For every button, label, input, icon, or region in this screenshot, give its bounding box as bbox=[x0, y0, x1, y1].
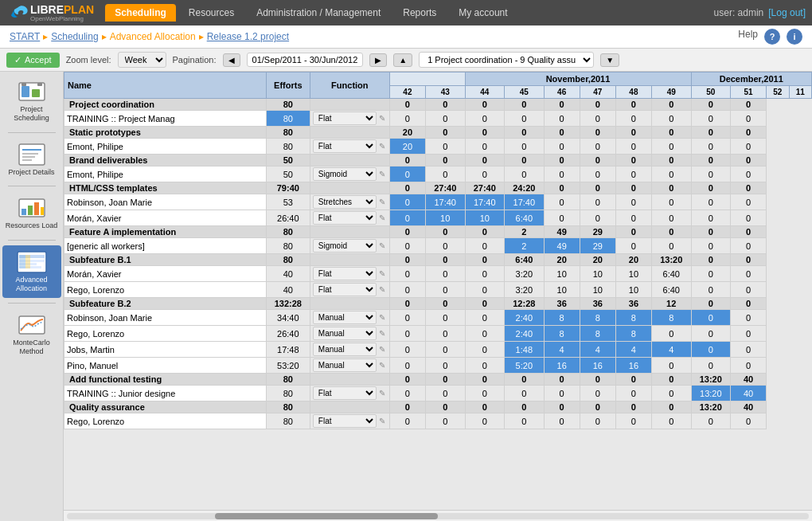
data-cell[interactable]: 0 bbox=[544, 166, 580, 182]
data-cell[interactable]: 0 bbox=[615, 194, 651, 210]
data-cell[interactable]: 0 bbox=[615, 139, 651, 155]
data-cell[interactable]: 0 bbox=[651, 413, 691, 429]
data-cell[interactable]: 0 bbox=[651, 210, 691, 226]
data-cell[interactable]: 0 bbox=[389, 282, 425, 298]
edit-icon[interactable]: ✎ bbox=[379, 213, 385, 222]
data-cell[interactable]: 0 bbox=[651, 374, 691, 386]
data-cell[interactable]: 0 bbox=[465, 386, 505, 402]
sidebar-item-resources-load[interactable]: Resources Load bbox=[2, 191, 61, 235]
data-cell[interactable]: 0 bbox=[544, 194, 580, 210]
data-cell[interactable]: 0 bbox=[691, 111, 731, 127]
data-cell[interactable]: 16 bbox=[544, 358, 580, 374]
data-cell[interactable]: 4 bbox=[651, 342, 691, 358]
data-cell[interactable]: 0 bbox=[505, 139, 545, 155]
sidebar-item-project-details[interactable]: Project Details bbox=[2, 138, 61, 182]
data-cell[interactable]: 27:40 bbox=[425, 182, 465, 194]
func-select[interactable]: FlatSigmoidStretchesManual bbox=[313, 386, 377, 400]
data-cell[interactable]: 0 bbox=[425, 342, 465, 358]
data-cell[interactable]: 17:40 bbox=[505, 194, 545, 210]
data-cell[interactable]: 0 bbox=[731, 194, 767, 210]
data-cell[interactable]: 0 bbox=[544, 155, 580, 166]
data-cell[interactable]: 0 bbox=[651, 182, 691, 194]
data-cell[interactable]: 0 bbox=[651, 127, 691, 139]
data-cell[interactable]: 0 bbox=[615, 374, 651, 386]
data-cell[interactable]: 0 bbox=[465, 358, 505, 374]
data-cell[interactable]: 8 bbox=[544, 310, 580, 326]
data-cell[interactable]: 0 bbox=[505, 166, 545, 182]
data-cell[interactable]: 0 bbox=[691, 194, 731, 210]
data-cell[interactable]: 0 bbox=[691, 127, 731, 139]
breadcrumb-start[interactable]: START bbox=[10, 31, 40, 42]
data-cell[interactable]: 0 bbox=[544, 413, 580, 429]
data-cell[interactable]: 0 bbox=[465, 342, 505, 358]
data-cell[interactable]: 0 bbox=[465, 99, 505, 111]
data-cell[interactable]: 10 bbox=[544, 266, 580, 282]
data-cell[interactable]: 0 bbox=[389, 342, 425, 358]
edit-icon[interactable]: ✎ bbox=[379, 198, 385, 206]
data-cell[interactable]: 13:20 bbox=[651, 254, 691, 266]
data-cell[interactable]: 0 bbox=[425, 139, 465, 155]
func-select[interactable]: SigmoidFlatStretchesManual bbox=[313, 239, 377, 253]
zoom-select[interactable]: Week Day Month bbox=[118, 52, 166, 68]
pagination-next-button[interactable]: ▶ bbox=[369, 53, 387, 67]
data-cell[interactable]: 0 bbox=[691, 358, 731, 374]
data-cell[interactable]: 0 bbox=[691, 182, 731, 194]
edit-icon[interactable]: ✎ bbox=[379, 329, 385, 338]
data-cell[interactable]: 0 bbox=[389, 111, 425, 127]
data-cell[interactable]: 0 bbox=[651, 155, 691, 166]
data-cell[interactable]: 0 bbox=[731, 342, 767, 358]
data-cell[interactable]: 0 bbox=[425, 155, 465, 166]
func-select[interactable]: FlatSigmoidStretchesManual bbox=[313, 112, 377, 125]
logout-link[interactable]: [Log out] bbox=[768, 7, 806, 18]
data-cell[interactable]: 29 bbox=[580, 238, 615, 254]
edit-icon[interactable]: ✎ bbox=[379, 361, 385, 370]
data-cell[interactable]: 0 bbox=[615, 99, 651, 111]
data-cell[interactable]: 0 bbox=[615, 413, 651, 429]
data-cell[interactable]: 0 bbox=[580, 194, 615, 210]
help-button[interactable]: ? bbox=[764, 29, 780, 45]
data-cell[interactable]: 0 bbox=[389, 194, 425, 210]
data-cell[interactable]: 6:40 bbox=[505, 210, 545, 226]
data-cell[interactable]: 0 bbox=[465, 166, 505, 182]
data-cell[interactable]: 0 bbox=[615, 386, 651, 402]
data-cell[interactable]: 0 bbox=[731, 413, 767, 429]
data-cell[interactable]: 0 bbox=[465, 402, 505, 413]
data-cell[interactable]: 0 bbox=[389, 210, 425, 226]
data-cell[interactable]: 0 bbox=[544, 210, 580, 226]
data-cell[interactable]: 0 bbox=[465, 139, 505, 155]
data-cell[interactable]: 0 bbox=[731, 111, 767, 127]
data-cell[interactable]: 0 bbox=[465, 298, 505, 310]
accept-button[interactable]: Accept bbox=[6, 53, 60, 68]
nav-tab-reports[interactable]: Reports bbox=[393, 4, 446, 22]
horizontal-scrollbar[interactable] bbox=[64, 510, 812, 521]
data-cell[interactable]: 0 bbox=[691, 254, 731, 266]
data-cell[interactable]: 0 bbox=[691, 413, 731, 429]
data-cell[interactable]: 0 bbox=[615, 226, 651, 238]
func-select[interactable]: ManualFlatSigmoidStretches bbox=[313, 311, 377, 324]
data-cell[interactable]: 0 bbox=[425, 358, 465, 374]
data-cell[interactable]: 0 bbox=[465, 238, 505, 254]
data-cell[interactable]: 0 bbox=[580, 111, 615, 127]
data-cell[interactable]: 0 bbox=[731, 210, 767, 226]
edit-icon[interactable]: ✎ bbox=[379, 114, 385, 123]
data-cell[interactable]: 0 bbox=[691, 282, 731, 298]
data-cell[interactable]: 0 bbox=[425, 402, 465, 413]
data-cell[interactable]: 6:40 bbox=[651, 266, 691, 282]
data-cell[interactable]: 4 bbox=[615, 342, 651, 358]
data-cell[interactable]: 8 bbox=[580, 326, 615, 342]
data-cell[interactable]: 0 bbox=[425, 374, 465, 386]
data-cell[interactable]: 10 bbox=[580, 282, 615, 298]
data-cell[interactable]: 0 bbox=[544, 386, 580, 402]
data-cell[interactable]: 36 bbox=[615, 298, 651, 310]
data-cell[interactable]: 0 bbox=[731, 139, 767, 155]
data-cell[interactable]: 3:20 bbox=[505, 282, 545, 298]
data-cell[interactable]: 4 bbox=[580, 342, 615, 358]
data-cell[interactable]: 0 bbox=[389, 386, 425, 402]
data-cell[interactable]: 0 bbox=[731, 310, 767, 326]
data-cell[interactable]: 0 bbox=[505, 413, 545, 429]
breadcrumb-scheduling[interactable]: Scheduling bbox=[51, 31, 98, 42]
func-select[interactable]: ManualFlatSigmoidStretches bbox=[313, 343, 377, 356]
data-cell[interactable]: 0 bbox=[691, 266, 731, 282]
data-cell[interactable]: 0 bbox=[731, 182, 767, 194]
data-cell[interactable]: 0 bbox=[389, 155, 425, 166]
